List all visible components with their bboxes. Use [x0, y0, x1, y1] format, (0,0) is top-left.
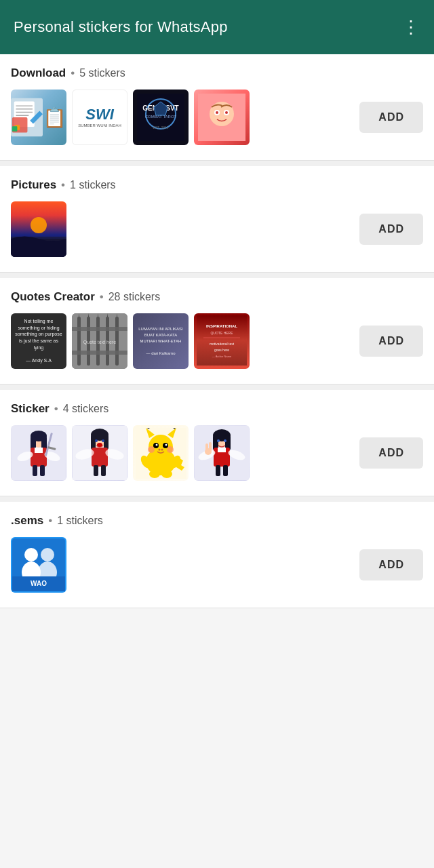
pack-body-sticker: ADD: [11, 425, 423, 481]
pack-header-pictures: Pictures • 1 stickers: [11, 178, 423, 192]
more-options-icon[interactable]: ⋮: [402, 18, 420, 36]
sticker-thumb: INSPIRATIONAL QUOTE HERE motivational te…: [194, 313, 250, 369]
svg-point-83: [165, 443, 167, 446]
pack-body-sems: WAO ADD: [11, 537, 423, 593]
pack-quotes: Quotes Creator • 28 stickers Not telling…: [0, 278, 434, 384]
svg-text:INSPIRATIONAL: INSPIRATIONAL: [206, 324, 238, 328]
svg-rect-33: [72, 351, 127, 355]
pack-header-download: Download • 5 stickers: [11, 66, 423, 80]
pack-name-quotes: Quotes Creator: [11, 290, 95, 304]
sticker-row-quotes: Not telling me something or hiding somet…: [11, 313, 250, 369]
svg-point-19: [216, 111, 218, 114]
pack-dot-sems: •: [48, 514, 52, 528]
svg-point-65: [95, 439, 98, 442]
svg-point-85: [167, 446, 174, 453]
sticker-thumb: GEN X SVT COMBAT TAROT EST. 2019: [133, 90, 189, 145]
svg-rect-71: [94, 465, 98, 476]
svg-rect-57: [40, 465, 45, 476]
svg-point-97: [217, 439, 220, 442]
svg-text:QUOTE HERE: QUOTE HERE: [210, 331, 233, 335]
svg-point-22: [31, 217, 47, 233]
pack-count-pictures: 1 stickers: [70, 179, 116, 191]
pack-count-download: 5 stickers: [79, 67, 125, 79]
pack-dot-sticker: •: [54, 402, 58, 416]
svg-rect-64: [104, 435, 108, 450]
add-button-download[interactable]: ADD: [359, 102, 423, 133]
pack-body-quotes: Not telling me something or hiding somet…: [11, 313, 423, 369]
pack-name-download: Download: [11, 66, 66, 80]
add-button-sems[interactable]: ADD: [359, 549, 423, 580]
sticker-thumb: [133, 425, 189, 481]
sticker-thumb: [194, 425, 250, 481]
sticker-row-sems: WAO: [11, 537, 66, 593]
svg-text:goes here: goes here: [214, 348, 229, 352]
pack-dot-quotes: •: [100, 290, 104, 304]
svg-point-86: [158, 448, 160, 450]
sticker-row-download: SWI SUMBER WUNI INDAH GEN X SVT COMBAT T…: [11, 90, 250, 145]
pack-name-sems: .sems: [11, 514, 43, 528]
pack-sticker: Sticker • 4 stickers: [0, 390, 434, 496]
pack-count-quotes: 28 stickers: [108, 291, 160, 303]
pack-count-sems: 1 stickers: [57, 515, 103, 527]
svg-point-109: [24, 548, 38, 561]
sticker-row-sticker: [11, 425, 250, 481]
svg-point-84: [148, 446, 155, 453]
svg-text:Quote text here: Quote text here: [83, 340, 116, 345]
pack-download: Download • 5 stickers: [0, 54, 434, 161]
svg-text:WAO: WAO: [31, 580, 47, 587]
svg-rect-68: [92, 448, 108, 467]
svg-rect-103: [216, 465, 220, 476]
sticker-thumb: Not telling me something or hiding somet…: [11, 313, 66, 369]
sticker-thumb: WAO: [11, 537, 66, 593]
svg-point-98: [224, 439, 226, 442]
pack-count-sticker: 4 stickers: [63, 403, 109, 415]
pack-name-sticker: Sticker: [11, 402, 50, 416]
svg-point-82: [155, 443, 157, 446]
svg-text:EST. 2019: EST. 2019: [153, 125, 168, 130]
sticker-thumb: [11, 201, 66, 257]
pack-sems: .sems • 1 stickers WAO ADD: [0, 502, 434, 608]
add-button-pictures[interactable]: ADD: [359, 214, 423, 245]
pack-header-sems: .sems • 1 stickers: [11, 514, 423, 528]
sticker-thumb: [72, 425, 127, 481]
pack-header-quotes: Quotes Creator • 28 stickers: [11, 290, 423, 304]
svg-rect-32: [72, 327, 127, 331]
svg-rect-100: [218, 448, 226, 452]
svg-rect-107: [209, 442, 212, 452]
sticker-thumb: [11, 425, 66, 481]
app-header: Personal stickers for WhatsApp ⋮: [0, 0, 434, 54]
add-button-sticker[interactable]: ADD: [359, 437, 423, 469]
section-divider: [0, 161, 434, 166]
pack-dot-download: •: [71, 66, 75, 80]
svg-point-91: [161, 470, 172, 478]
svg-rect-27: [77, 317, 81, 366]
sticker-thumb: [194, 90, 250, 145]
svg-text:motivational text: motivational text: [210, 342, 235, 346]
svg-point-90: [149, 470, 160, 478]
svg-point-87: [161, 448, 163, 450]
add-button-quotes[interactable]: ADD: [359, 326, 423, 357]
pack-body-pictures: ADD: [11, 201, 423, 257]
svg-rect-72: [101, 465, 106, 476]
svg-rect-106: [205, 443, 208, 453]
svg-point-67: [97, 443, 102, 447]
svg-rect-56: [33, 465, 37, 476]
svg-point-20: [225, 111, 228, 114]
sticker-thumb: [11, 90, 66, 145]
svg-text:— Author Name: — Author Name: [212, 355, 232, 358]
pack-name-pictures: Pictures: [11, 178, 56, 192]
sticker-thumb: Quote text here: [72, 313, 127, 369]
section-divider: [0, 496, 434, 502]
svg-rect-8: [12, 126, 18, 132]
section-divider: [0, 273, 434, 278]
svg-point-111: [41, 548, 54, 561]
app-title: Personal stickers for WhatsApp: [14, 18, 228, 36]
sticker-thumb: LUMAYAN INI APLIKASIBUAT KATA-KATAMUTIAR…: [133, 313, 189, 369]
svg-rect-53: [35, 448, 43, 453]
pack-dot-pictures: •: [61, 178, 65, 192]
svg-rect-63: [91, 435, 96, 450]
sticker-thumb: SWI SUMBER WUNI INDAH: [72, 90, 127, 145]
svg-point-66: [102, 439, 104, 442]
section-divider: [0, 384, 434, 390]
pack-pictures: Pictures • 1 stickers: [0, 166, 434, 273]
